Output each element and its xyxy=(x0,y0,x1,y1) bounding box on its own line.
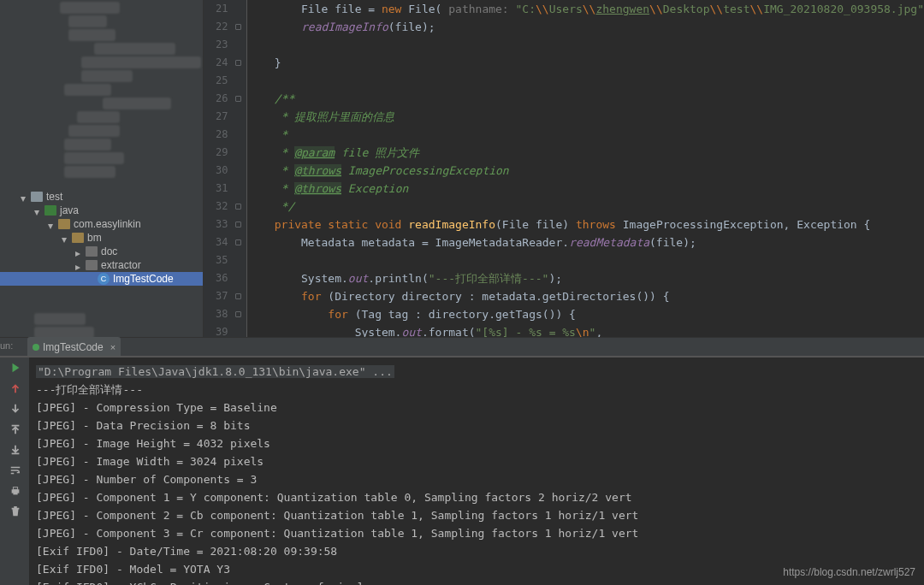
code-line-39[interactable]: System.out.format("[%s] - %s = %s\n", xyxy=(247,323,924,337)
run-panel-label: un: xyxy=(0,340,10,351)
tree-item-ImgTestCode[interactable]: CImgTestCode xyxy=(0,272,203,286)
watermark: https://blog.csdn.net/zwrlj527 xyxy=(783,566,915,578)
package-icon xyxy=(86,246,98,257)
expand-icon[interactable]: ▾ xyxy=(21,192,29,201)
up-to-icon[interactable] xyxy=(9,422,22,436)
package-icon xyxy=(86,260,98,270)
fold-icon[interactable] xyxy=(235,60,241,66)
fold-icon[interactable] xyxy=(235,239,241,245)
code-line-35[interactable] xyxy=(247,251,924,269)
console-line: [JPEG] - Number of Components = 3 xyxy=(36,470,917,488)
svg-rect-1 xyxy=(13,488,17,490)
blurred-tree-top xyxy=(0,0,204,180)
fold-icon[interactable] xyxy=(235,311,241,317)
code-line-34[interactable]: Metadata metadata = ImageMetadataReader.… xyxy=(247,233,924,251)
tree-item-label: doc xyxy=(101,245,117,257)
console-line: [JPEG] - Component 3 = Cr component: Qua… xyxy=(36,524,917,542)
code-line-25[interactable] xyxy=(247,72,924,90)
folder-icon xyxy=(31,192,43,202)
folder-icon xyxy=(44,205,56,216)
code-line-27[interactable]: * 提取照片里面的信息 xyxy=(247,108,924,126)
fold-icon[interactable] xyxy=(235,222,241,228)
run-config-tab[interactable]: ImgTestCode × xyxy=(27,337,121,356)
console-line: [JPEG] - Compression Type = Baseline xyxy=(36,399,917,417)
tree-item-bm[interactable]: ▾bm xyxy=(0,231,203,245)
code-line-37[interactable]: for (Directory directory : metadata.getD… xyxy=(247,287,924,305)
code-line-30[interactable]: * @throws ImageProcessingException xyxy=(247,162,924,180)
code-line-36[interactable]: System.out.println("---打印全部详情---"); xyxy=(247,269,924,287)
fold-icon[interactable] xyxy=(235,96,241,102)
tree-item-label: test xyxy=(46,191,62,203)
code-line-32[interactable]: */ xyxy=(247,198,924,216)
console-line: [Exif IFD0] - Date/Time = 2021:08:20 09:… xyxy=(36,542,917,560)
code-editor[interactable]: 21222324252627282930313233343536373839 F… xyxy=(204,0,924,337)
rerun-icon[interactable] xyxy=(9,361,22,375)
run-status-icon xyxy=(33,344,39,351)
code-line-23[interactable] xyxy=(247,36,924,54)
tree-item-extractor[interactable]: ▸extractor xyxy=(0,258,203,272)
code-line-38[interactable]: for (Tag tag : directory.getTags()) { xyxy=(247,305,924,323)
console-command: "D:\Program Files\Java\jdk1.8.0_131\bin\… xyxy=(36,363,917,381)
fold-icon[interactable] xyxy=(235,24,241,30)
svg-rect-2 xyxy=(13,493,17,495)
code-line-28[interactable]: * xyxy=(247,126,924,144)
code-line-22[interactable]: readImageInfo(file); xyxy=(247,18,924,36)
fold-icon[interactable] xyxy=(235,204,241,210)
tree-item-java[interactable]: ▾java xyxy=(0,204,203,217)
code-lines[interactable]: File file = new File( pathname: "C:\\Use… xyxy=(247,0,924,337)
console-line: [JPEG] - Image Width = 3024 pixels xyxy=(36,452,917,470)
wrap-icon[interactable] xyxy=(9,464,22,477)
tree-item-label: java xyxy=(60,204,79,216)
down-icon[interactable] xyxy=(9,402,22,416)
package-icon xyxy=(72,233,84,243)
close-icon[interactable]: × xyxy=(110,342,116,352)
tree-item-label: bm xyxy=(87,232,102,244)
trash-icon[interactable] xyxy=(9,505,22,518)
class-icon: C xyxy=(98,273,110,285)
run-tab-bar: ImgTestCode × xyxy=(0,337,924,357)
print-icon[interactable] xyxy=(9,484,22,498)
console-line: [JPEG] - Component 1 = Y component: Quan… xyxy=(36,488,917,506)
code-line-29[interactable]: * @param file 照片文件 xyxy=(247,144,924,162)
tree-item-doc[interactable]: ▸doc xyxy=(0,245,203,258)
console-output[interactable]: "D:\Program Files\Java\jdk1.8.0_131\bin\… xyxy=(29,358,924,585)
expand-icon[interactable]: ▾ xyxy=(48,220,56,228)
tree-item-test[interactable]: ▾test xyxy=(0,190,203,204)
console-line: [JPEG] - Image Height = 4032 pixels xyxy=(36,434,917,452)
expand-icon[interactable]: ▸ xyxy=(75,261,84,269)
console-line: ---打印全部详情--- xyxy=(36,381,917,399)
tree-item-com.easylinkin[interactable]: ▾com.easylinkin xyxy=(0,217,203,231)
code-line-31[interactable]: * @throws Exception xyxy=(247,180,924,198)
code-line-24[interactable]: } xyxy=(247,54,924,72)
tree-item-label: extractor xyxy=(101,259,141,271)
console-line: [JPEG] - Data Precision = 8 bits xyxy=(36,417,917,434)
run-toolbar xyxy=(0,358,29,585)
expand-icon[interactable]: ▾ xyxy=(62,233,70,242)
code-line-33[interactable]: private static void readImageInfo(File f… xyxy=(247,216,924,233)
code-line-21[interactable]: File file = new File( pathname: "C:\\Use… xyxy=(247,0,924,18)
run-config-name: ImgTestCode xyxy=(43,341,104,353)
expand-icon[interactable]: ▸ xyxy=(75,247,84,256)
package-icon xyxy=(58,219,70,229)
console-line: [Exif IFD0] - YCbCr Positioning = Center… xyxy=(36,578,917,585)
console-line: [JPEG] - Component 2 = Cb component: Qua… xyxy=(36,506,917,524)
down-to-icon[interactable] xyxy=(9,443,22,457)
fold-icon[interactable] xyxy=(235,293,241,299)
project-tree[interactable]: ▾test▾java▾com.easylinkin▾bm▸doc▸extract… xyxy=(0,0,204,337)
tree-item-label: ImgTestCode xyxy=(113,273,174,285)
line-gutter: 21222324252627282930313233343536373839 xyxy=(204,0,247,337)
tree-item-label: com.easylinkin xyxy=(74,218,141,230)
stop-icon[interactable] xyxy=(9,381,22,395)
code-line-26[interactable]: /** xyxy=(247,90,924,108)
expand-icon[interactable]: ▾ xyxy=(34,206,43,215)
